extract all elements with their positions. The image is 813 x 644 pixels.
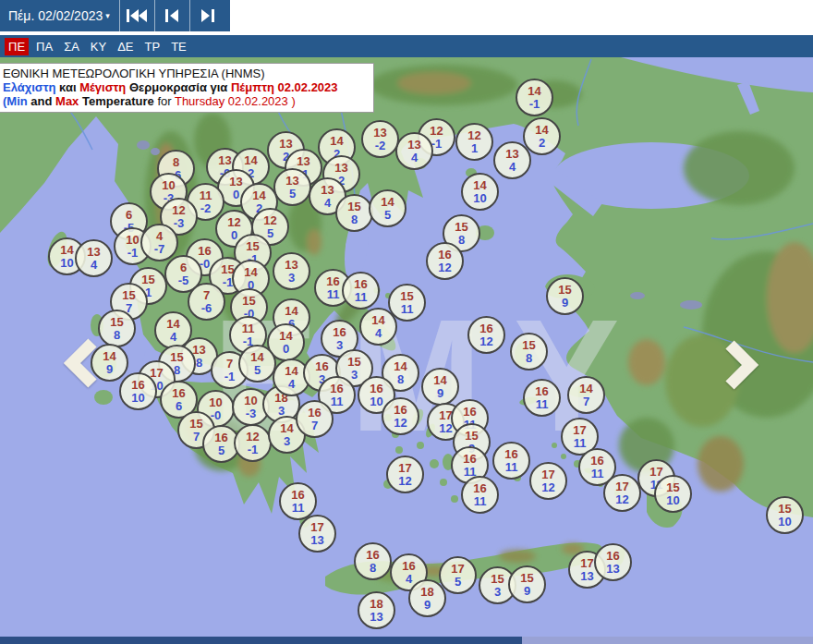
temp-bubble: 158	[98, 310, 136, 347]
temp-bubble: 1610	[119, 372, 157, 410]
bubble-layer: 14-114213412112-113413-214213213-1132135…	[0, 57, 813, 644]
temp-bubble: 1611	[523, 379, 561, 417]
temp-bubble: 142	[523, 117, 561, 155]
temp-bubble: 1410	[461, 173, 499, 211]
day-tab-ΤΕ[interactable]: ΤΕ	[167, 38, 190, 55]
temp-bubble: 159	[508, 565, 546, 603]
bottom-bar-right	[522, 637, 813, 644]
temp-bubble: 4-7	[140, 224, 178, 261]
day-tab-ΠΕ[interactable]: ΠΕ	[5, 38, 29, 55]
temp-bubble: 1813	[358, 591, 395, 629]
legend-line2: Ελάχιστη και Μέγιστη Θερμοκρασία για Πέμ…	[3, 80, 368, 94]
temp-bubble: 12-1	[234, 424, 272, 462]
temp-bubble: 159	[546, 277, 584, 315]
legend-line1: ΕΘΝΙΚΗ ΜΕΤΕΩΡΟΛΟΓΙΚΗ ΥΠΗΡΕΣΙΑ (HNMS)	[3, 67, 368, 80]
temp-bubble: 1712	[529, 462, 567, 500]
day-tab-ΔΕ[interactable]: ΔΕ	[114, 38, 137, 55]
skip-to-first-icon	[127, 9, 147, 22]
temp-bubble: 1612	[382, 397, 419, 435]
temp-bubble: 1611	[492, 442, 530, 480]
temp-bubble: 134	[75, 239, 113, 277]
temp-bubble: 149	[421, 368, 459, 406]
temp-bubble: 158	[335, 194, 373, 232]
temp-bubble: 121	[455, 123, 493, 161]
temp-bubble: 145	[369, 189, 406, 227]
day-tab-ΣΑ[interactable]: ΣΑ	[60, 38, 83, 55]
step-next-icon	[200, 9, 214, 22]
legend-box: ΕΘΝΙΚΗ ΜΕΤΕΩΡΟΛΟΓΙΚΗ ΥΠΗΡΕΣΙΑ (HNMS) Ελά…	[0, 63, 374, 113]
date-selector[interactable]: Πέμ. 02/02/2023 ▾	[0, 0, 119, 31]
chevron-left-icon	[61, 337, 102, 389]
step-previous-icon	[165, 9, 179, 22]
temp-bubble: 1611	[461, 476, 499, 514]
temp-bubble: 13-2	[361, 120, 399, 158]
temp-bubble: 189	[408, 579, 446, 617]
legend-line3: (Min and Max Temperature for Thursday 02…	[3, 94, 368, 108]
chevron-down-icon: ▾	[105, 11, 110, 20]
day-tab-ΠΑ[interactable]: ΠΑ	[32, 38, 56, 55]
map-area: ΕΜΥ 14-114213412112-113413-214213213-113…	[0, 57, 813, 644]
first-day-button[interactable]	[119, 0, 154, 31]
chevron-right-icon	[721, 339, 761, 391]
day-tab-ΚΥ[interactable]: ΚΥ	[87, 38, 110, 55]
temp-bubble: 1712	[386, 456, 424, 493]
temp-bubble: 1713	[298, 515, 336, 553]
temp-bubble: 1510	[766, 496, 804, 534]
temp-bubble: 14-1	[516, 79, 553, 116]
previous-day-button[interactable]	[154, 0, 189, 31]
day-tabs: ΠΕΠΑΣΑΚΥΔΕΤΡΤΕ	[0, 35, 813, 57]
temp-bubble: 1510	[654, 475, 692, 513]
next-day-button[interactable]	[189, 0, 224, 31]
temp-bubble: 135	[273, 168, 311, 206]
temp-bubble: 1613	[594, 543, 632, 581]
temp-bubble: 168	[354, 542, 392, 580]
temp-bubble: 158	[510, 333, 548, 371]
temp-bubble: 1612	[467, 316, 505, 354]
temp-bubble: 134	[395, 132, 433, 170]
day-tab-ΤΡ[interactable]: ΤΡ	[141, 38, 164, 55]
date-label: Πέμ. 02/02/2023	[8, 8, 103, 23]
toolbar-left: Πέμ. 02/02/2023 ▾	[0, 0, 230, 31]
temp-bubble: 145	[238, 345, 276, 383]
temp-bubble: 147	[567, 376, 605, 414]
bottom-bar	[0, 637, 522, 644]
temp-bubble: 1712	[603, 474, 641, 512]
temp-bubble: 144	[359, 308, 397, 346]
temp-bubble: 134	[493, 141, 531, 179]
temp-bubble: 7-6	[188, 283, 225, 321]
temp-bubble: 1612	[426, 242, 464, 280]
temp-bubble: 133	[273, 252, 310, 290]
temp-bubble: 167	[296, 400, 334, 438]
toolbar: Πέμ. 02/02/2023 ▾	[0, 0, 813, 31]
temp-bubble: 175	[439, 556, 477, 594]
temp-bubble: 1611	[342, 272, 380, 310]
